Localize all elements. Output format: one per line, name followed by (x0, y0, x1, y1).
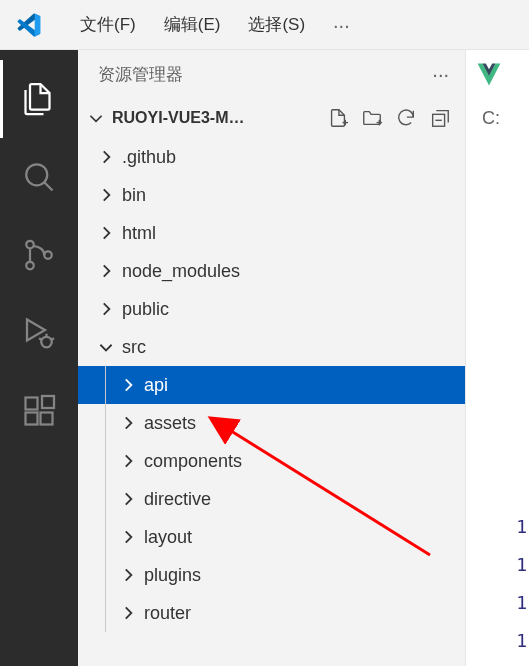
vscode-logo-icon (16, 12, 42, 38)
chevron-right-icon (118, 375, 138, 395)
tree-item-html[interactable]: html (78, 214, 465, 252)
menu-select[interactable]: 选择(S) (234, 7, 319, 42)
new-file-icon[interactable] (327, 107, 349, 129)
explorer-header: 资源管理器 ··· (78, 50, 465, 98)
chevron-down-icon (96, 337, 116, 357)
tree-item-label: html (122, 223, 156, 244)
tree-item-label: node_modules (122, 261, 240, 282)
source-control-icon (21, 237, 57, 273)
title-bar: 文件(F) 编辑(E) 选择(S) ··· (0, 0, 529, 50)
svg-point-3 (26, 262, 34, 270)
menu-file[interactable]: 文件(F) (66, 7, 150, 42)
activity-extensions[interactable] (0, 372, 78, 450)
activity-explorer[interactable] (0, 60, 78, 138)
tree-item-label: router (144, 603, 191, 624)
chevron-right-icon (118, 413, 138, 433)
chevron-right-icon (96, 261, 116, 281)
tree-item-label: bin (122, 185, 146, 206)
tree-item-github[interactable]: .github (78, 138, 465, 176)
file-tree: .githubbinhtmlnode_modulespublicsrcapias… (78, 138, 465, 666)
tree-item-label: .github (122, 147, 176, 168)
activity-search[interactable] (0, 138, 78, 216)
tree-item-public[interactable]: public (78, 290, 465, 328)
tree-item-label: layout (144, 527, 192, 548)
svg-rect-11 (41, 413, 53, 425)
main-area: 资源管理器 ··· RUOYI-VUE3-M… (0, 50, 529, 666)
tree-item-directive[interactable]: directive (78, 480, 465, 518)
activity-source-control[interactable] (0, 216, 78, 294)
svg-line-8 (51, 338, 54, 340)
chevron-right-icon (96, 185, 116, 205)
svg-line-1 (44, 182, 52, 190)
svg-rect-9 (26, 398, 38, 410)
editor-area: C: 1111 (466, 50, 529, 666)
menu-edit[interactable]: 编辑(E) (150, 7, 235, 42)
chevron-right-icon (118, 489, 138, 509)
search-icon (21, 159, 57, 195)
svg-rect-12 (42, 396, 54, 408)
line-numbers: 1111 (516, 508, 527, 660)
chevron-right-icon (96, 147, 116, 167)
extensions-icon (21, 393, 57, 429)
project-header[interactable]: RUOYI-VUE3-M… (78, 98, 465, 138)
breadcrumb-root: C: (482, 108, 500, 129)
svg-rect-10 (26, 413, 38, 425)
tree-item-bin[interactable]: bin (78, 176, 465, 214)
chevron-down-icon (86, 108, 106, 128)
chevron-right-icon (118, 527, 138, 547)
svg-line-7 (39, 338, 42, 340)
tree-item-components[interactable]: components (78, 442, 465, 480)
vue-icon (476, 61, 502, 87)
tree-item-layout[interactable]: layout (78, 518, 465, 556)
tree-item-api[interactable]: api (78, 366, 465, 404)
tree-item-label: public (122, 299, 169, 320)
collapse-all-icon[interactable] (429, 107, 451, 129)
svg-point-0 (26, 164, 47, 185)
refresh-icon[interactable] (395, 107, 417, 129)
tree-item-label: directive (144, 489, 211, 510)
menu-overflow[interactable]: ··· (319, 12, 364, 38)
tree-item-assets[interactable]: assets (78, 404, 465, 442)
run-debug-icon (21, 315, 57, 351)
explorer-more-icon[interactable]: ··· (432, 63, 449, 86)
tree-item-label: api (144, 375, 168, 396)
chevron-right-icon (118, 565, 138, 585)
explorer-sidebar: 资源管理器 ··· RUOYI-VUE3-M… (78, 50, 466, 666)
tree-item-label: components (144, 451, 242, 472)
tree-item-plugins[interactable]: plugins (78, 556, 465, 594)
files-icon (21, 81, 57, 117)
new-folder-icon[interactable] (361, 107, 383, 129)
breadcrumb[interactable]: C: (466, 98, 529, 138)
chevron-right-icon (96, 299, 116, 319)
tree-item-label: plugins (144, 565, 201, 586)
tree-item-src[interactable]: src (78, 328, 465, 366)
editor-tab[interactable] (466, 50, 529, 98)
explorer-title: 资源管理器 (98, 63, 183, 86)
activity-bar (0, 50, 78, 666)
chevron-right-icon (118, 603, 138, 623)
svg-point-5 (41, 337, 52, 348)
tree-item-router[interactable]: router (78, 594, 465, 632)
activity-run-debug[interactable] (0, 294, 78, 372)
chevron-right-icon (118, 451, 138, 471)
project-name: RUOYI-VUE3-M… (112, 109, 327, 127)
tree-item-label: assets (144, 413, 196, 434)
tree-item-node_modules[interactable]: node_modules (78, 252, 465, 290)
svg-point-2 (26, 241, 34, 249)
tree-item-label: src (122, 337, 146, 358)
chevron-right-icon (96, 223, 116, 243)
